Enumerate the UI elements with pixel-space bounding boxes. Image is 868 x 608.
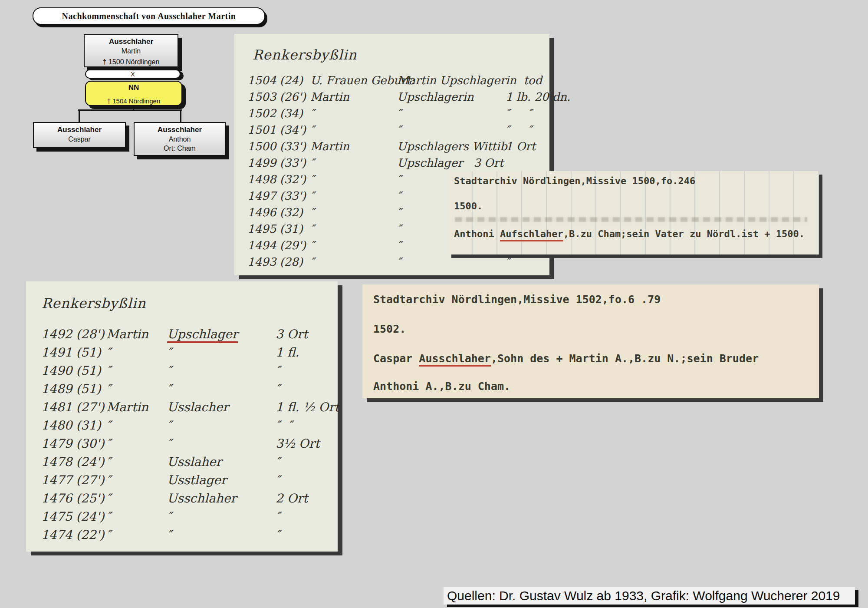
amount-cell: ″ xyxy=(276,509,334,524)
note-line: Anthoni A.,B.zu Cham. xyxy=(373,380,510,393)
surname-text: ″ xyxy=(167,436,171,451)
amount-cell: ″ ″ xyxy=(276,418,334,433)
year-cell: 1474 (22') xyxy=(41,528,106,542)
name-cell: Usslacher xyxy=(167,400,276,414)
name-cell: ″ xyxy=(106,509,167,524)
amount-cell: ″ xyxy=(276,382,334,396)
mother-death: † 1504 Nördlingen xyxy=(86,97,181,105)
register-row: 1474 (22') ″ ″ ″ xyxy=(41,528,334,546)
name-cell: Usstlager xyxy=(167,473,276,487)
faded-typewritten-line xyxy=(455,217,807,222)
year-cell: 1501 (34') xyxy=(247,123,310,136)
year-cell: 1493 (28) xyxy=(247,255,310,268)
year-cell: 1495 (31) xyxy=(247,222,310,235)
name-cell: Martin xyxy=(310,140,397,153)
year-cell: 1496 (32) xyxy=(247,206,310,219)
note-line: Anthoni Aufschlaher,B.zu Cham;sein Vater… xyxy=(454,228,805,239)
typed-card-missive-1500: Stadtarchiv Nördlingen,Missive 1500,fo.2… xyxy=(448,171,819,254)
name-cell: Martin xyxy=(310,90,397,103)
register-row: 1504 (24) U. Frauen Geburt: Martin Upsch… xyxy=(247,74,546,90)
register-row: 1478 (24') ″ Usslaher ″ xyxy=(41,455,334,473)
name-cell: ″ xyxy=(310,156,397,169)
register-row: 1501 (34') ″ ″ ″ ″ xyxy=(247,123,546,140)
name-cell: ″ xyxy=(310,239,397,252)
name-cell: ″ xyxy=(167,363,276,378)
year-cell: 1498 (32') xyxy=(247,173,310,186)
surname-text: ″ xyxy=(167,363,171,378)
person-box-child-anthon: Ausschlaher Anthon Ort: Cham xyxy=(134,122,226,156)
name-cell: Upschlager xyxy=(167,327,276,341)
marriage-connector: X xyxy=(85,69,181,79)
name-cell: ″ xyxy=(310,123,397,136)
register-row: 1481 (27') Martin Usslacher 1 fl. ½ Ort xyxy=(41,400,334,418)
surname-text: Usschlaher xyxy=(167,491,237,506)
amount-cell: ″ xyxy=(276,363,334,378)
card-header: Renkersbyßlin xyxy=(253,47,357,63)
child-surname: Ausschlaher xyxy=(34,126,125,134)
note-line: Caspar Ausschlaher,Sohn des + Martin A.,… xyxy=(373,352,759,365)
year-cell: 1480 (31) xyxy=(41,418,106,433)
name-cell: ″ xyxy=(106,455,167,469)
father-surname: Ausschlaher xyxy=(85,37,178,46)
name-cell: ″ xyxy=(310,206,397,219)
name-cell: Upschlagerin xyxy=(397,90,506,103)
name-cell: Martin xyxy=(106,327,167,341)
child-given-name: Caspar xyxy=(34,135,125,143)
archive-source-line: Stadtarchiv Nördlingen,Missive 1502,fo.6… xyxy=(373,293,661,306)
register-row: 1489 (51) ″ ″ ″ xyxy=(41,382,334,400)
name-cell: Usslaher xyxy=(167,455,276,469)
year-cell: 1481 (27') xyxy=(41,400,106,414)
name-cell: Upschlager 3 Ort xyxy=(397,156,506,169)
amount-cell: ″ xyxy=(276,528,334,542)
name-cell: ″ xyxy=(167,382,276,396)
name-cell: ″ xyxy=(310,107,397,120)
name-cell: Martin Upschlagerin tod xyxy=(397,74,506,87)
register-row: 1476 (25') ″ Usschlaher 2 Ort xyxy=(41,491,334,509)
name-cell: U. Frauen Geburt: xyxy=(310,74,397,87)
amount-cell: 3 Ort xyxy=(276,327,334,341)
year-cell: 1490 (51) xyxy=(41,363,106,378)
register-row: 1500 (33') Martin Upschlagers Wittib 1 O… xyxy=(247,140,546,156)
year-cell: 1475 (24') xyxy=(41,509,106,524)
amount-cell: ″ xyxy=(276,473,334,487)
person-box-child-caspar: Ausschlaher Caspar xyxy=(33,122,126,148)
name-cell: ″ xyxy=(106,345,167,360)
child-given-name: Anthon xyxy=(135,135,225,143)
year-cell: 1503 (26') xyxy=(247,90,310,103)
name-cell: ″ xyxy=(167,345,276,360)
year-cell: 1492 (28') xyxy=(41,327,106,341)
year-cell: 1477 (27') xyxy=(41,473,106,487)
register-row: 1503 (26') Martin Upschlagerin 1 lb. 20 … xyxy=(247,90,546,107)
year-line: 1500. xyxy=(454,201,483,211)
year-line: 1502. xyxy=(373,323,406,335)
title-text: Nachkommenschaft von Ausschlaher Martin xyxy=(62,11,236,21)
connector-line xyxy=(180,110,181,122)
name-cell: ″ xyxy=(167,509,276,524)
mother-name: NN xyxy=(86,83,181,92)
surname-text: Usslaher xyxy=(167,455,222,469)
name-cell: Upschlagers Wittib xyxy=(397,140,506,153)
name-cell: ″ xyxy=(397,255,506,268)
handwritten-card-lower: Renkersbyßlin 1492 (28') Martin Upschlag… xyxy=(26,281,338,552)
name-cell: ″ xyxy=(167,528,276,542)
typed-card-missive-1502: Stadtarchiv Nördlingen,Missive 1502,fo.6… xyxy=(362,284,819,398)
name-cell: ″ xyxy=(167,418,276,433)
year-cell: 1491 (51) xyxy=(41,345,106,360)
surname-text: ″ xyxy=(167,418,171,433)
year-cell: 1499 (33') xyxy=(247,156,310,169)
amount-cell: 2 Ort xyxy=(276,491,334,506)
name-cell: ″ xyxy=(397,107,506,120)
register-row: 1475 (24') ″ ″ ″ xyxy=(41,509,334,528)
note-text: ,B.zu Cham;sein Vater zu Nördl.ist + 150… xyxy=(563,228,805,239)
connector-line xyxy=(78,109,182,111)
register-row: 1480 (31) ″ ″ ″ ″ xyxy=(41,418,334,436)
year-cell: 1504 (24) xyxy=(247,74,310,87)
name-cell: ″ xyxy=(310,255,397,268)
credit-text: Quellen: Dr. Gustav Wulz ab 1933, Grafik… xyxy=(447,588,840,603)
amount-cell: 1 Ort xyxy=(506,140,546,153)
credit-bar: Quellen: Dr. Gustav Wulz ab 1933, Grafik… xyxy=(444,587,855,605)
surname-text: ″ xyxy=(167,345,171,360)
name-cell: ″ xyxy=(167,436,276,451)
name-cell: ″ xyxy=(106,491,167,506)
amount-cell: 1 lb. 20 dn. xyxy=(506,90,570,103)
